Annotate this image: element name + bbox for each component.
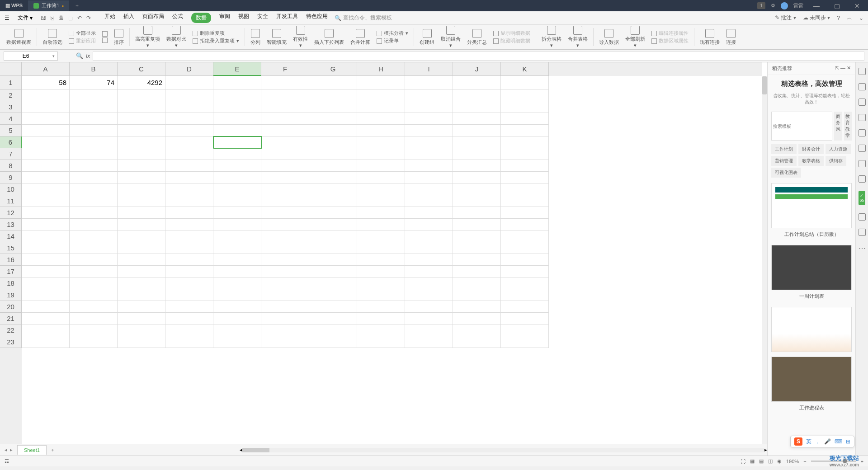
cell-B8[interactable] [70,160,118,172]
cell-H5[interactable] [357,125,405,136]
tab-dev-tools[interactable]: 开发工具 [276,13,298,23]
cell-B4[interactable] [70,113,118,125]
cell-I8[interactable] [405,160,453,172]
cell-A3[interactable] [22,101,70,113]
cell-F6[interactable] [261,136,309,148]
cell-G5[interactable] [309,125,357,136]
zoom-in-button[interactable]: + [861,459,863,464]
row-header-7[interactable]: 7 [0,148,22,160]
col-header-C[interactable]: C [118,62,165,76]
tab-security[interactable]: 安全 [257,13,268,23]
col-header-G[interactable]: G [309,62,357,76]
cell-K19[interactable] [501,289,549,301]
cell-G13[interactable] [309,219,357,230]
cell-F7[interactable] [261,148,309,160]
col-header-J[interactable]: J [453,62,501,76]
cell-I17[interactable] [405,266,453,277]
cell-A18[interactable] [22,277,70,289]
cell-H12[interactable] [357,207,405,219]
cell-B19[interactable] [70,289,118,301]
filter-icon[interactable] [859,129,866,136]
row-header-3[interactable]: 3 [0,101,22,113]
cell-B21[interactable] [70,313,118,324]
cell-A20[interactable] [22,301,70,313]
template-item-3[interactable] [771,307,852,352]
print-icon[interactable]: ⎘ [51,15,54,21]
cell-F12[interactable] [261,207,309,219]
close-button[interactable]: ✕ [850,0,864,11]
cell-D6[interactable] [165,136,213,148]
cell-F4[interactable] [261,113,309,125]
cell-F17[interactable] [261,266,309,277]
cell-J17[interactable] [453,266,501,277]
tab-page-layout[interactable]: 页面布局 [142,13,164,23]
cell-G17[interactable] [309,266,357,277]
minimize-button[interactable]: — [809,0,824,11]
cell-I15[interactable] [405,242,453,254]
cell-G21[interactable] [309,313,357,324]
cell-I13[interactable] [405,219,453,230]
cell-E23[interactable] [213,336,261,348]
search-box[interactable]: 🔍 查找命令、搜索模板 [335,14,392,22]
auto-filter-button[interactable]: 自动筛选 [40,28,65,47]
cell-K4[interactable] [501,113,549,125]
cell-G12[interactable] [309,207,357,219]
cell-B7[interactable] [70,148,118,160]
cell-G2[interactable] [309,89,357,101]
cell-F3[interactable] [261,101,309,113]
tab-formula[interactable]: 公式 [172,13,183,23]
cell-F8[interactable] [261,160,309,172]
insert-dropdown-button[interactable]: 插入下拉列表 [311,28,347,47]
sort-asc-icon[interactable] [102,31,108,37]
cell-H2[interactable] [357,89,405,101]
cell-K16[interactable] [501,254,549,266]
cell-D20[interactable] [165,301,213,313]
cell-G1[interactable] [309,76,357,89]
cell-K23[interactable] [501,336,549,348]
cell-D14[interactable] [165,230,213,242]
cell-E14[interactable] [213,230,261,242]
cell-C6[interactable] [118,136,165,148]
app-logo[interactable]: ▨ WPS [0,3,28,9]
cell-K10[interactable] [501,183,549,195]
cell-A6[interactable] [22,136,70,148]
cat-marketing[interactable]: 营销管理 [771,156,797,166]
cell-D22[interactable] [165,324,213,336]
row-header-8[interactable]: 8 [0,160,22,172]
row-header-15[interactable]: 15 [0,242,22,254]
col-header-F[interactable]: F [261,62,309,76]
cell-K6[interactable] [501,136,549,148]
cell-H8[interactable] [357,160,405,172]
consolidate-button[interactable]: 合并计算 [348,28,373,47]
cat-visual[interactable]: 可视化图表 [771,168,801,178]
row-header-2[interactable]: 2 [0,89,22,101]
cell-D1[interactable] [165,76,213,89]
cell-I11[interactable] [405,195,453,207]
cell-G22[interactable] [309,324,357,336]
cell-I5[interactable] [405,125,453,136]
cell-B6[interactable] [70,136,118,148]
ime-toolbar[interactable]: S 英 ， 🎤 ⌨ ⊞ [790,436,854,447]
view-page-icon[interactable]: ▤ [759,458,764,464]
ime-mic-icon[interactable]: 🎤 [824,438,831,445]
col-header-I[interactable]: I [405,62,453,76]
cat-finance[interactable]: 财务会计 [798,144,824,154]
cell-K11[interactable] [501,195,549,207]
row-header-10[interactable]: 10 [0,183,22,195]
zoom-out-button[interactable]: − [803,459,806,464]
preview-icon[interactable]: ◻ [68,15,73,21]
name-box[interactable]: E6 [4,52,58,61]
cell-A15[interactable] [22,242,70,254]
cell-D19[interactable] [165,289,213,301]
cell-D10[interactable] [165,183,213,195]
merge-table-button[interactable]: 合并表格▾ [565,25,590,49]
cell-C9[interactable] [118,172,165,183]
status-icon[interactable]: ☶ [5,458,9,464]
row-header-16[interactable]: 16 [0,254,22,266]
cell-J11[interactable] [453,195,501,207]
cursor-icon[interactable] [859,68,866,75]
cell-C13[interactable] [118,219,165,230]
cell-H15[interactable] [357,242,405,254]
cat-hr[interactable]: 人力资源 [826,144,851,154]
row-header-21[interactable]: 21 [0,313,22,324]
